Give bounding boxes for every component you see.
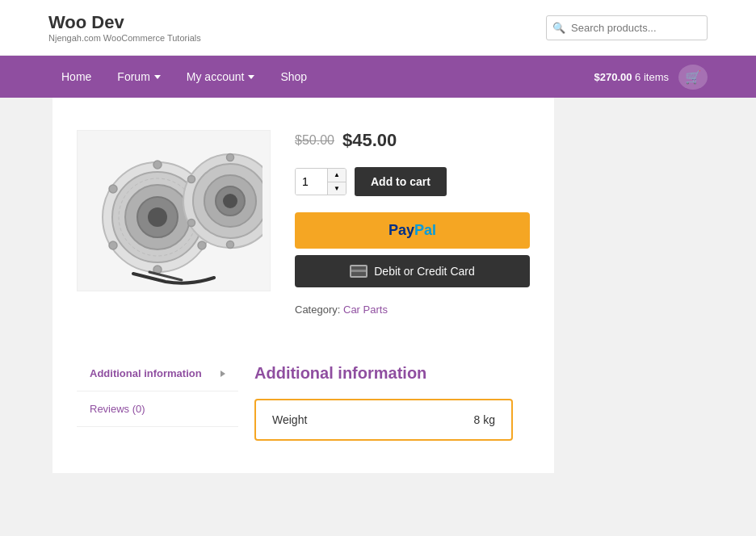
bottom-section: Additional information Reviews (0) Addit… (77, 348, 530, 449)
category-label: Category: (295, 304, 340, 316)
product-details: $50.00 $45.00 ▲ ▼ Add to cart (295, 130, 530, 316)
weight-table: Weight 8 kg (254, 399, 513, 441)
tabs-sidebar: Additional information Reviews (0) (77, 356, 238, 449)
weight-row: Weight 8 kg (256, 400, 511, 439)
svg-point-5 (153, 161, 162, 169)
search-wrap: 🔍 (546, 15, 708, 40)
category-link[interactable]: Car Parts (343, 304, 388, 316)
nav-item-home[interactable]: Home (48, 56, 104, 98)
tab-reviews-label: Reviews (0) (90, 403, 145, 415)
svg-point-7 (198, 241, 206, 249)
cart-icon-button[interactable]: 🛒 (678, 65, 708, 90)
svg-point-10 (109, 185, 117, 193)
cart-amount: $270.00 (594, 71, 632, 83)
price-wrap: $50.00 $45.00 (295, 130, 530, 151)
chevron-down-icon (154, 75, 161, 79)
main-wrapper: $50.00 $45.00 ▲ ▼ Add to cart (0, 98, 756, 473)
cart-icon: 🛒 (685, 70, 701, 84)
tab-content: Additional information Weight 8 kg (238, 356, 530, 449)
cart-items-count: 6 items (635, 71, 669, 83)
site-subtitle: Njengah.com WooCommerce Tutorials (48, 33, 201, 43)
cart-total: $270.00 6 items (594, 71, 669, 83)
category-wrap: Category: Car Parts (295, 304, 530, 316)
product-image (77, 130, 271, 291)
add-to-cart-row: ▲ ▼ Add to cart (295, 167, 530, 196)
quantity-stepper[interactable]: ▲ ▼ (295, 168, 346, 195)
product-image-svg (85, 136, 262, 286)
paypal-logo: PayPal (388, 222, 436, 239)
svg-point-21 (188, 219, 195, 226)
debit-credit-button[interactable]: Debit or Credit Card (295, 255, 530, 287)
search-input[interactable] (546, 15, 708, 40)
credit-card-icon (350, 265, 368, 278)
left-sidebar (0, 98, 52, 473)
svg-point-22 (188, 175, 195, 182)
tab-reviews[interactable]: Reviews (0) (77, 392, 238, 427)
tab-content-title: Additional information (254, 364, 514, 383)
weight-value: 8 kg (474, 413, 495, 426)
add-to-cart-button[interactable]: Add to cart (355, 167, 447, 196)
price-new: $45.00 (342, 130, 397, 151)
svg-point-17 (227, 153, 234, 161)
tab-chevron-icon (220, 371, 225, 377)
site-branding: Woo Dev Njengah.com WooCommerce Tutorial… (48, 12, 201, 43)
tab-additional-info[interactable]: Additional information (77, 356, 238, 392)
qty-buttons: ▲ ▼ (328, 169, 346, 195)
paypal-cyan-text: Pal (414, 222, 436, 238)
product-image-wrap (77, 130, 271, 316)
qty-up-button[interactable]: ▲ (328, 169, 346, 182)
svg-point-4 (148, 207, 167, 227)
chevron-down-icon (248, 75, 254, 79)
right-sidebar (554, 98, 756, 473)
paypal-button[interactable]: PayPal (295, 212, 530, 249)
site-title: Woo Dev (48, 12, 201, 33)
site-header: Woo Dev Njengah.com WooCommerce Tutorial… (0, 0, 756, 56)
weight-label: Weight (272, 413, 474, 426)
nav-item-shop[interactable]: Shop (267, 56, 320, 98)
debit-label: Debit or Credit Card (374, 265, 475, 278)
product-section: $50.00 $45.00 ▲ ▼ Add to cart (77, 114, 530, 332)
svg-point-9 (109, 241, 117, 249)
content-area: $50.00 $45.00 ▲ ▼ Add to cart (52, 98, 554, 473)
nav-item-forum[interactable]: Forum (104, 56, 173, 98)
svg-point-20 (227, 241, 234, 248)
svg-point-16 (223, 194, 237, 208)
nav-left: Home Forum My account Shop (48, 56, 320, 98)
site-nav: Home Forum My account Shop $270.00 6 ite… (0, 56, 756, 98)
qty-down-button[interactable]: ▼ (328, 182, 346, 195)
nav-right: $270.00 6 items 🛒 (594, 65, 708, 90)
qty-input[interactable] (296, 169, 328, 195)
price-old: $50.00 (295, 133, 334, 148)
nav-item-myaccount[interactable]: My account (174, 56, 268, 98)
search-icon: 🔍 (552, 22, 565, 34)
paypal-blue-text: Pay (388, 222, 414, 238)
tab-additional-info-label: Additional information (90, 367, 202, 379)
